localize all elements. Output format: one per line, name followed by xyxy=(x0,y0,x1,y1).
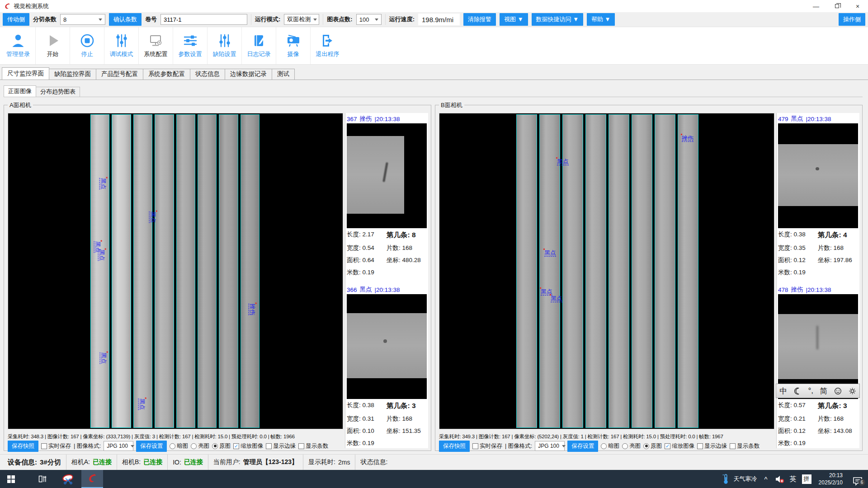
subtab-front-image[interactable]: 正面图像 xyxy=(4,85,36,97)
windows-logo-icon xyxy=(7,475,15,483)
exit-program-button[interactable]: 退出程序 xyxy=(310,27,344,64)
taskbar-app-vision-system[interactable] xyxy=(81,470,103,488)
tab-edge-data-record[interactable]: 边缘数据记录 xyxy=(225,69,272,80)
start-button[interactable]: 开始 xyxy=(35,27,70,64)
start-button[interactable] xyxy=(0,470,22,488)
chevron-down-icon xyxy=(313,19,317,21)
capture-button[interactable]: 摄像 xyxy=(276,27,310,64)
defect-id: 479 xyxy=(778,116,788,122)
save-snapshot-button[interactable]: 保存快照 xyxy=(8,441,38,452)
tool-label: 摄像 xyxy=(288,50,299,58)
window-title: 视觉检测系统 xyxy=(14,2,49,10)
view-menu-button[interactable]: 视图 ▼ xyxy=(500,13,528,26)
taskbar-app-snipping[interactable] xyxy=(57,470,79,488)
param-settings-button[interactable]: 参数设置 xyxy=(173,27,207,64)
defect-card-header: 367 挫伤 |20:13:38 xyxy=(347,114,427,123)
defect-type: 黑点 xyxy=(360,286,372,294)
subtab-distribution-trend[interactable]: 分布趋势图表 xyxy=(36,87,80,97)
defect-thumbnail xyxy=(778,123,858,228)
tab-status-info[interactable]: 状态信息 xyxy=(190,69,225,80)
tray-chevron[interactable]: ^ xyxy=(760,470,772,488)
realtime-save-checkbox[interactable]: 实时保存 xyxy=(41,442,71,450)
minimize-button[interactable]: — xyxy=(806,0,826,12)
debug-mode-button[interactable]: 调试模式 xyxy=(104,27,138,64)
ime-punctuation-toggle[interactable]: °, xyxy=(808,386,813,395)
run-mode-select[interactable]: 双面检测 xyxy=(284,14,319,25)
defect-label: 黑点 xyxy=(149,211,156,223)
thermometer-icon xyxy=(721,470,731,488)
realtime-save-checkbox[interactable]: 实时保存 xyxy=(472,442,502,450)
zoom-image-checkbox[interactable]: 缩放图像 xyxy=(233,442,263,450)
original-image-radio[interactable]: 原图 xyxy=(643,442,662,450)
save-snapshot-button[interactable]: 保存快照 xyxy=(439,441,470,452)
smiley-icon[interactable] xyxy=(834,387,842,395)
bright-image-radio[interactable]: 亮图 xyxy=(191,442,209,450)
original-image-radio[interactable]: 原图 xyxy=(212,442,231,450)
notification-badge: 6 xyxy=(859,479,865,486)
slit-strip xyxy=(609,114,629,428)
ime-language-bar: 中 °, 简 xyxy=(776,384,860,398)
image-format-select[interactable]: JPG 100 xyxy=(104,441,133,451)
clock[interactable]: 20:13 2025/2/10 xyxy=(814,470,847,488)
defect-time: |20:13:38 xyxy=(806,116,831,122)
taskbar-app-files[interactable] xyxy=(32,470,53,488)
close-button[interactable]: × xyxy=(847,0,868,12)
slit-count-select[interactable]: 8 xyxy=(60,14,105,25)
camera-b-controls: 保存快照 实时保存 | 图像格式: JPG 100 保存设置 暗图 亮图 原图 … xyxy=(439,441,774,451)
monitor-gear-icon xyxy=(148,33,164,48)
ime-mode-indicator[interactable]: 拼 xyxy=(802,474,811,484)
chart-points-select[interactable]: 100 xyxy=(356,14,382,25)
weather-status[interactable]: 天气寒冷 xyxy=(731,470,760,488)
stop-button[interactable]: 停止 xyxy=(70,27,104,64)
show-count-checkbox[interactable]: 显示条数 xyxy=(730,442,760,450)
data-quick-access-menu-button[interactable]: 数据快捷访问 ▼ xyxy=(532,13,583,26)
operator-side-button[interactable]: 操作侧 xyxy=(839,13,865,26)
device-info: 设备信息: 3#分切 xyxy=(3,455,66,470)
show-count-checkbox[interactable]: 显示条数 xyxy=(298,442,328,450)
icon-toolbar: 管理登录 开始 停止 调试模式 系统配置 xyxy=(0,27,868,65)
camera-a-controls: 保存快照 实时保存 | 图像格式: JPG 100 保存设置 暗图 亮图 原图 … xyxy=(8,441,343,451)
roll-label: 卷号 xyxy=(145,15,157,23)
image-format-select[interactable]: JPG 100 xyxy=(535,441,565,451)
slit-strip xyxy=(678,114,698,428)
clear-alarm-button[interactable]: 清除报警 xyxy=(463,13,496,26)
ime-chinese-toggle[interactable]: 中 xyxy=(779,386,787,396)
drive-side-button[interactable]: 传动侧 xyxy=(3,13,29,26)
show-edge-checkbox[interactable]: 显示边缘 xyxy=(697,442,727,450)
tab-test[interactable]: 测试 xyxy=(272,69,295,80)
confirm-count-button[interactable]: 确认条数 xyxy=(109,13,142,26)
tab-system-param-config[interactable]: 系统参数配置 xyxy=(143,69,190,80)
gear-icon[interactable] xyxy=(849,387,856,395)
dark-image-radio[interactable]: 暗图 xyxy=(170,442,188,450)
log-record-button[interactable]: 日志记录 xyxy=(241,27,276,64)
speaker-muted-icon[interactable] xyxy=(772,470,787,488)
language-indicator[interactable]: 英 xyxy=(787,470,799,488)
restore-button[interactable] xyxy=(826,0,847,12)
defect-settings-button[interactable]: 缺陷设置 xyxy=(207,27,241,64)
status-message: 状态信息: xyxy=(355,455,392,470)
radio-icon xyxy=(212,443,218,449)
system-config-button[interactable]: 系统配置 xyxy=(138,27,173,64)
crescent-moon-icon[interactable] xyxy=(794,387,802,395)
bright-image-radio[interactable]: 亮图 xyxy=(622,442,641,450)
defect-card-header: 479 黑点 |20:13:38 xyxy=(778,114,859,123)
camera-b-image: 挫伤黑点黑点黑点黑点 xyxy=(439,113,774,429)
tab-size-monitor[interactable]: 尺寸监控界面 xyxy=(2,67,49,80)
notification-center-button[interactable]: 6 xyxy=(847,470,868,488)
save-settings-button[interactable]: 保存设置 xyxy=(567,441,598,452)
snipping-tool-icon xyxy=(62,474,74,484)
show-edge-checkbox[interactable]: 显示边缘 xyxy=(266,442,296,450)
help-menu-button[interactable]: 帮助 ▼ xyxy=(587,13,615,26)
admin-login-button[interactable]: 管理登录 xyxy=(1,27,35,64)
zoom-image-checkbox[interactable]: 缩放图像 xyxy=(665,442,694,450)
save-settings-button[interactable]: 保存设置 xyxy=(136,441,167,452)
chart-points-label: 图表点数: xyxy=(327,15,352,23)
camera-b-panel: B面相机 挫伤黑点黑点黑点黑点 479 黑点 |20:13:38 长度: 0.3… xyxy=(435,105,863,451)
roll-number-input[interactable] xyxy=(160,14,247,25)
current-user: 当前用户:管理员【123-123】 xyxy=(208,455,303,470)
tool-label: 日志记录 xyxy=(247,50,271,58)
tab-product-model-config[interactable]: 产品型号配置 xyxy=(96,69,143,80)
ime-simplified-toggle[interactable]: 简 xyxy=(820,386,828,396)
tab-defect-monitor[interactable]: 缺陷监控界面 xyxy=(49,69,96,80)
dark-image-radio[interactable]: 暗图 xyxy=(601,442,619,450)
